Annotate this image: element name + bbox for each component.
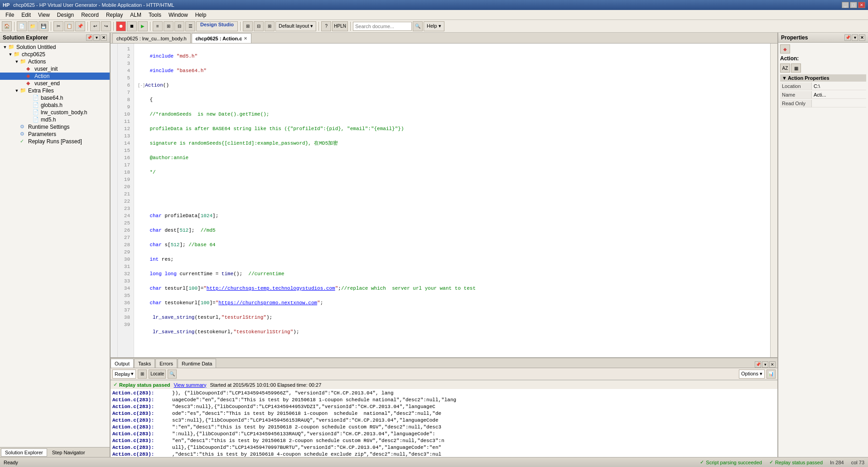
- tasks-tab[interactable]: Tasks: [134, 359, 155, 368]
- tree-item-vuser-init[interactable]: ◆ vuser_init: [0, 65, 110, 73]
- step-navigator-tab[interactable]: Step Navigator: [48, 448, 89, 457]
- solution-explorer-tab[interactable]: Solution Explorer: [1, 448, 47, 457]
- output-export-btn[interactable]: 📊: [767, 370, 776, 379]
- props-icon-btn-1[interactable]: ◆: [780, 44, 790, 54]
- output-pin-icon[interactable]: 📌: [755, 361, 761, 368]
- menu-tools[interactable]: Tools: [145, 11, 165, 19]
- tb-tbl-btn[interactable]: ⊞: [265, 21, 275, 31]
- props-pin-icon[interactable]: 📌: [844, 34, 851, 41]
- output-filter-btn[interactable]: ⊞: [138, 370, 147, 379]
- left-bottom-tabs: Solution Explorer Step Navigator: [0, 447, 110, 457]
- tree-item-runtime[interactable]: ⚙ Runtime Settings: [0, 123, 110, 131]
- tb-open-button[interactable]: 📁: [28, 21, 38, 31]
- props-tb-sort-icon[interactable]: AZ: [780, 63, 790, 73]
- tree-item-solution[interactable]: ▼ 📁 Solution Untitled: [0, 44, 110, 51]
- help-dropdown-button[interactable]: Help ▾: [424, 21, 444, 31]
- tb-home-button[interactable]: 🏠: [2, 21, 12, 31]
- menu-view[interactable]: View: [34, 11, 53, 19]
- search-input[interactable]: [353, 22, 412, 31]
- menu-file[interactable]: File: [2, 11, 18, 19]
- minimize-button[interactable]: _: [842, 2, 849, 8]
- tb-help-q-btn[interactable]: ?: [321, 21, 331, 31]
- output-close-icon[interactable]: ✕: [769, 361, 776, 368]
- replay-dropdown[interactable]: Replay ▾: [112, 370, 136, 379]
- tb-btn-a[interactable]: ≡: [153, 21, 163, 31]
- expand-project-icon: ▼: [7, 52, 14, 57]
- tree-item-action[interactable]: ◆ Action: [0, 73, 110, 80]
- tree-item-vuser-end[interactable]: ◆ vuser_end: [0, 80, 110, 87]
- errors-tab[interactable]: Errors: [155, 359, 177, 368]
- code-content[interactable]: #include "md5.h" #include "base64.h" [-]…: [134, 44, 770, 357]
- panel-pin-icon[interactable]: 📌: [86, 34, 92, 41]
- menu-edit[interactable]: Edit: [18, 11, 34, 19]
- tb-paste-button[interactable]: 📌: [75, 21, 85, 31]
- editor-scrollbar[interactable]: [770, 44, 777, 357]
- tree-item-project[interactable]: ▼ 📁 chcp0625: [0, 51, 110, 58]
- tb-stop-button[interactable]: ⏹: [127, 21, 137, 31]
- menu-alm[interactable]: ALM: [126, 11, 145, 19]
- tb-btn-c[interactable]: ⊟: [174, 21, 184, 31]
- tb-undo-button[interactable]: ↩: [90, 21, 100, 31]
- tb-copy-button[interactable]: 📋: [64, 21, 74, 31]
- tb-run-button[interactable]: ▶: [138, 21, 148, 31]
- menu-replay[interactable]: Replay: [102, 11, 126, 19]
- tree-item-md5[interactable]: 📄 md5.h: [0, 116, 110, 123]
- default-layout-dropdown[interactable]: Default layout ▾: [275, 21, 316, 31]
- design-studio-button[interactable]: Design Studio: [196, 21, 238, 31]
- props-close-icon[interactable]: ✕: [859, 34, 865, 41]
- view-summary-link[interactable]: View summary: [174, 382, 207, 388]
- tab-action[interactable]: chcp0625 : Action.c ✕: [192, 33, 252, 43]
- ln-6: 6: [118, 82, 132, 89]
- props-section-header[interactable]: ▼ Action Properties: [780, 74, 866, 82]
- tb-cut-button[interactable]: ✂: [53, 21, 63, 31]
- tb-col-btn[interactable]: ⊟: [254, 21, 264, 31]
- tree-item-globals[interactable]: 📄 globals.h: [0, 102, 110, 109]
- props-menu-icon[interactable]: ▾: [852, 34, 858, 41]
- code-line-19: lr_save_string(testurl,"testurlString");: [138, 314, 767, 321]
- options-dropdown[interactable]: Options ▾: [739, 370, 765, 379]
- tab-lrw[interactable]: chcp0625 : lrw_cu...tom_body.h: [112, 33, 191, 43]
- window-controls[interactable]: _ □ ✕: [842, 2, 865, 8]
- code-line-3: [-]Action(): [138, 82, 767, 89]
- menu-record[interactable]: Record: [77, 11, 102, 19]
- tb-search-btn[interactable]: 🔍: [413, 21, 423, 31]
- tree-item-actions-folder[interactable]: ▼ 📁 Actions: [0, 58, 110, 65]
- maximize-button[interactable]: □: [850, 2, 857, 8]
- output-log[interactable]: Action.c(283): }), {"libCouponId":"LCP14…: [111, 389, 777, 457]
- menu-design[interactable]: Design: [53, 11, 77, 19]
- output-search-btn[interactable]: 🔍: [168, 370, 177, 379]
- menu-window[interactable]: Window: [165, 11, 192, 19]
- tb-hpln-btn[interactable]: HPLN: [332, 21, 348, 31]
- menu-help[interactable]: Help: [192, 11, 210, 19]
- code-editor[interactable]: 1 2 3 4 5 6 7 8 9 10 11 12 13 14 15 16 1: [111, 44, 777, 357]
- output-locate-btn[interactable]: Locate: [149, 370, 166, 379]
- output-tab[interactable]: Output: [111, 359, 134, 368]
- tree-item-parameters[interactable]: ⚙ Parameters: [0, 131, 110, 138]
- ln-17: 17: [118, 161, 132, 169]
- tb-redo-button[interactable]: ↪: [101, 21, 111, 31]
- bottom-tab-bar: Output Tasks Errors Runtime Data 📌 ▾ ✕: [111, 358, 777, 368]
- output-menu-icon[interactable]: ▾: [762, 361, 768, 368]
- extra-folder-icon: 📁: [20, 88, 27, 94]
- tb-save-button[interactable]: 💾: [39, 21, 48, 31]
- properties-content: ◆ Action: AZ ▦ ▼ Action Properties Locat…: [778, 43, 868, 110]
- tb-record-button[interactable]: ⏺: [116, 21, 126, 31]
- panel-menu-icon[interactable]: ▾: [93, 34, 100, 41]
- tab-action-close-icon[interactable]: ✕: [244, 36, 247, 41]
- tb-btn-d[interactable]: ☰: [185, 21, 195, 31]
- tb-btn-b[interactable]: ⊞: [164, 21, 174, 31]
- close-button[interactable]: ✕: [858, 2, 865, 8]
- tab-action-label: chcp0625 : Action.c: [196, 36, 242, 41]
- tree-item-replay-runs[interactable]: ✓ Replay Runs [Passed]: [0, 138, 110, 145]
- tree-item-lrw[interactable]: 📄 lrw_custom_body.h: [0, 109, 110, 116]
- check-icon: ✓: [113, 382, 117, 388]
- properties-title: Properties: [781, 34, 808, 41]
- tree-item-extra-files[interactable]: ▼ 📁 Extra Files: [0, 87, 110, 94]
- runtime-data-tab[interactable]: Runtime Data: [178, 359, 216, 368]
- panel-close-icon[interactable]: ✕: [101, 34, 107, 41]
- tree-item-base64[interactable]: 📄 base64.h: [0, 94, 110, 102]
- tb-grid-btn[interactable]: ⊞: [243, 21, 253, 31]
- tb-new-button[interactable]: 📄: [17, 21, 27, 31]
- props-name-name: Name: [780, 91, 812, 98]
- props-tb-group-icon[interactable]: ▦: [791, 63, 801, 73]
